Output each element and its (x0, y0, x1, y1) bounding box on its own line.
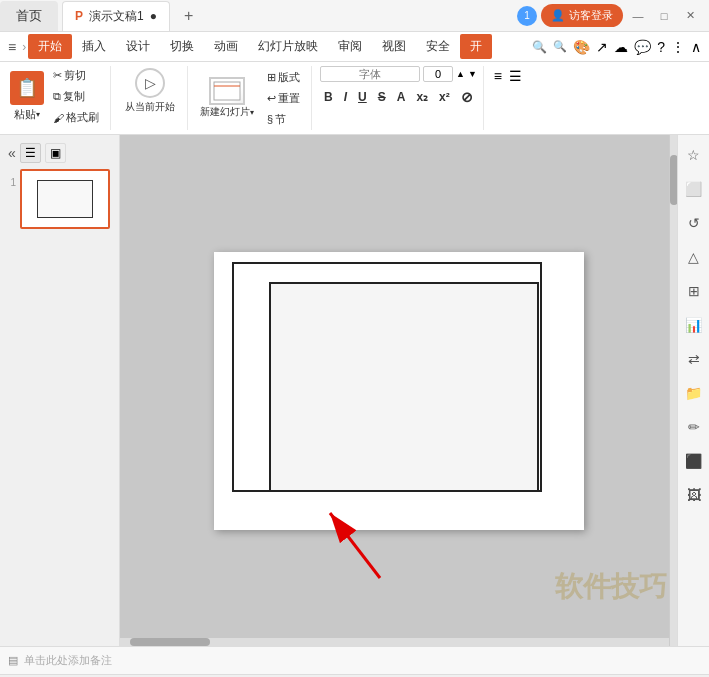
doc-icon: P (75, 9, 83, 23)
font-name-input[interactable] (320, 66, 420, 82)
slide-rect-inner (269, 282, 539, 492)
minimize-button[interactable]: — (627, 5, 649, 27)
cut-button[interactable]: ✂ 剪切 (48, 66, 104, 85)
italic-button[interactable]: I (340, 89, 351, 105)
right-icon-folder[interactable]: 📁 (682, 381, 706, 405)
paste-button-area: 📋 粘贴 ▾ (10, 71, 44, 122)
start-slideshow-label: 从当前开始 (125, 100, 175, 114)
format-brush-button[interactable]: 🖌 格式刷 (48, 108, 104, 127)
list-icon[interactable]: ☰ (507, 66, 524, 86)
horizontal-scrollbar-thumb[interactable] (130, 638, 210, 646)
new-slide-dropdown-icon[interactable]: ▾ (250, 108, 254, 117)
title-bar: 首页 P 演示文稿1 ● + 1 👤 访客登录 — □ ✕ (0, 0, 709, 32)
paragraph-row: ≡ ☰ (492, 66, 524, 86)
tab-start[interactable]: 开始 (28, 34, 72, 59)
reset-button[interactable]: ↩ 重置 (262, 89, 305, 108)
font-color-button[interactable]: A (393, 89, 410, 105)
underline-button[interactable]: U (354, 89, 371, 105)
paste-label[interactable]: 粘贴 ▾ (14, 107, 40, 122)
bold-button[interactable]: B (320, 89, 337, 105)
right-icon-triangle[interactable]: △ (682, 245, 706, 269)
comment-icon[interactable]: 💬 (634, 39, 651, 55)
tab-slideshow[interactable]: 幻灯片放映 (248, 34, 328, 59)
clear-format-button[interactable]: ⊘ (457, 88, 477, 106)
main-area: « ☰ ▣ 1 (0, 135, 709, 646)
subscript-button[interactable]: x₂ (412, 89, 432, 105)
new-slide-area: 新建幻灯片 ▾ ⊞ 版式 ↩ 重置 § 节 (196, 66, 305, 130)
right-icon-image[interactable]: 🖼 (682, 483, 706, 507)
right-icon-square[interactable]: ⬜ (682, 177, 706, 201)
slide-canvas (214, 252, 584, 530)
collapse-panel-icon[interactable]: « (8, 145, 16, 161)
canvas-area[interactable]: 软件技巧 (120, 135, 677, 646)
strikethrough-button[interactable]: S (374, 89, 390, 105)
more-icon[interactable]: ⋮ (671, 39, 685, 55)
tab-view[interactable]: 视图 (372, 34, 416, 59)
ribbon-content: 📋 粘贴 ▾ ✂ 剪切 ⧉ 复制 🖌 (0, 62, 709, 134)
tab-transition[interactable]: 切换 (160, 34, 204, 59)
font-size-input[interactable] (423, 66, 453, 82)
slide-number-1: 1 (4, 169, 16, 188)
tab-doc-label: 演示文稿1 (89, 8, 144, 25)
right-icon-grid[interactable]: ⊞ (682, 279, 706, 303)
right-icon-star[interactable]: ☆ (682, 143, 706, 167)
tab-animation[interactable]: 动画 (204, 34, 248, 59)
tab-doc[interactable]: P 演示文稿1 ● (62, 1, 170, 31)
close-button[interactable]: ✕ (679, 5, 701, 27)
search-label[interactable]: 🔍 (553, 40, 567, 53)
tab-insert[interactable]: 插入 (72, 34, 116, 59)
tab-design[interactable]: 设计 (116, 34, 160, 59)
tab-review[interactable]: 审阅 (328, 34, 372, 59)
slide-thumb-inner (37, 180, 93, 218)
vertical-scrollbar-track[interactable] (669, 135, 677, 646)
paragraph-group: ≡ ☰ (486, 66, 530, 130)
user-login-label: 访客登录 (569, 8, 613, 23)
tab-add-button[interactable]: + (174, 3, 203, 29)
slide-thumbnail-1[interactable] (20, 169, 110, 229)
user-login-button[interactable]: 👤 访客登录 (541, 4, 623, 27)
skin-icon[interactable]: 🎨 (573, 39, 590, 55)
notification-badge[interactable]: 1 (517, 6, 537, 26)
section-button[interactable]: § 节 (262, 110, 305, 129)
right-icon-chart[interactable]: 📊 (682, 313, 706, 337)
ribbon-search-area: 🔍 🔍 🎨 ↗ ☁ 💬 ? ⋮ ∧ (532, 39, 705, 55)
list-view-icon[interactable]: ☰ (20, 143, 41, 163)
notes-bar: ▤ 单击此处添加备注 (0, 646, 709, 674)
slide-panel: « ☰ ▣ 1 (0, 135, 120, 646)
ribbon-menu-icon[interactable]: ≡ (4, 39, 20, 55)
cut-icon: ✂ (53, 69, 62, 82)
notes-icon: ▤ (8, 654, 18, 667)
paste-dropdown-icon[interactable]: ▾ (36, 110, 40, 119)
tab-security[interactable]: 安全 (416, 34, 460, 59)
superscript-button[interactable]: x² (435, 89, 454, 105)
notes-placeholder[interactable]: 单击此处添加备注 (24, 653, 112, 668)
cloud-icon[interactable]: ☁ (614, 39, 628, 55)
maximize-button[interactable]: □ (653, 5, 675, 27)
collapse-icon[interactable]: ∧ (691, 39, 701, 55)
new-slide-group: 新建幻灯片 ▾ ⊞ 版式 ↩ 重置 § 节 (190, 66, 312, 130)
help-icon[interactable]: ? (657, 39, 665, 55)
font-size-down-icon[interactable]: ▼ (468, 69, 477, 79)
paste-icon[interactable]: 📋 (10, 71, 44, 105)
font-size-up-icon[interactable]: ▲ (456, 69, 465, 79)
format-brush-icon: 🖌 (53, 112, 64, 124)
layout-button[interactable]: ⊞ 版式 (262, 68, 305, 87)
right-icon-rotate[interactable]: ↺ (682, 211, 706, 235)
tab-tools[interactable]: 开 (460, 34, 492, 59)
layout-section-group: ⊞ 版式 ↩ 重置 § 节 (262, 68, 305, 129)
thumb-view-icon[interactable]: ▣ (45, 143, 66, 163)
tab-home[interactable]: 首页 (0, 1, 58, 31)
new-slide-button[interactable]: 新建幻灯片 ▾ (196, 75, 258, 121)
start-slideshow-icon: ▷ (135, 68, 165, 98)
right-icon-edit[interactable]: ✏ (682, 415, 706, 439)
slide-item-1[interactable]: 1 (4, 169, 115, 229)
copy-button[interactable]: ⧉ 复制 (48, 87, 104, 106)
horizontal-scrollbar-track[interactable] (120, 638, 669, 646)
share-icon[interactable]: ↗ (596, 39, 608, 55)
right-icon-switch[interactable]: ⇄ (682, 347, 706, 371)
start-slideshow-button[interactable]: ▷ 从当前开始 (119, 66, 181, 116)
right-icon-black[interactable]: ⬛ (682, 449, 706, 473)
reset-icon: ↩ (267, 92, 276, 105)
align-left-icon[interactable]: ≡ (492, 66, 504, 86)
vertical-scrollbar-thumb[interactable] (670, 155, 677, 205)
